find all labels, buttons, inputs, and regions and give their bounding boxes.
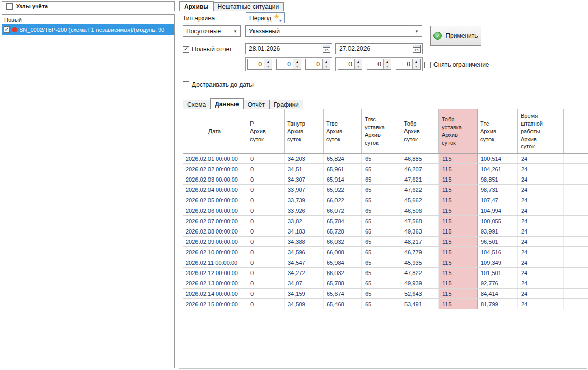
- tab-graphs[interactable]: Графики: [269, 100, 303, 109]
- table-cell[interactable]: 115: [439, 195, 478, 205]
- table-cell[interactable]: 0: [247, 195, 285, 205]
- table-cell[interactable]: 24: [518, 289, 564, 298]
- table-cell[interactable]: 101,501: [478, 268, 518, 278]
- remove-limit-checkbox[interactable]: Снять ограничение: [424, 61, 489, 69]
- table-cell[interactable]: 115: [439, 237, 478, 246]
- table-row[interactable]: 2026.02.13 00:00:00034,0765,7886549,9391…: [183, 278, 588, 289]
- table-cell[interactable]: 65: [362, 205, 401, 215]
- table-cell[interactable]: 34,388: [285, 237, 324, 246]
- spinner-down-icon[interactable]: ▼: [264, 64, 272, 69]
- table-cell[interactable]: 33,739: [285, 195, 324, 205]
- table-cell[interactable]: 65,784: [324, 216, 362, 226]
- period-button[interactable]: Период ☀✦: [246, 12, 285, 23]
- table-cell[interactable]: 65,984: [324, 257, 362, 267]
- column-header[interactable]: Дата: [183, 109, 247, 153]
- spinner-down-icon[interactable]: ▼: [413, 64, 420, 69]
- period-select[interactable]: Указанный ▼: [245, 25, 422, 37]
- table-cell[interactable]: 24: [518, 278, 564, 288]
- table-cell[interactable]: 46,506: [401, 205, 439, 215]
- date-from-field[interactable]: 28.01.2026 15: [245, 43, 332, 54]
- table-cell[interactable]: 34,203: [285, 154, 324, 163]
- table-cell[interactable]: 115: [439, 257, 478, 267]
- spinner-down-icon[interactable]: ▼: [355, 64, 362, 69]
- table-cell[interactable]: 24: [518, 257, 564, 267]
- table-cell[interactable]: 2026.02.14 00:00:00: [183, 289, 247, 298]
- table-cell[interactable]: 24: [518, 237, 564, 246]
- table-cell[interactable]: 52,643: [401, 289, 439, 298]
- spinner-up-icon[interactable]: ▲: [355, 59, 362, 64]
- tab-scheme[interactable]: Схема: [183, 100, 211, 109]
- column-header[interactable]: Твнутр Архив суток: [285, 109, 324, 153]
- table-row[interactable]: 2026.02.04 00:00:00033,90765,9226547,622…: [183, 185, 588, 195]
- seconds-spinner[interactable]: 0 ▲▼: [305, 59, 330, 70]
- spinner-up-icon[interactable]: ▲: [264, 59, 272, 64]
- spinner-value[interactable]: 0: [396, 59, 412, 69]
- table-cell[interactable]: 53,491: [401, 299, 439, 309]
- table-cell[interactable]: 34,51: [285, 164, 324, 174]
- table-cell[interactable]: 24: [518, 185, 564, 195]
- table-cell[interactable]: 93,991: [478, 226, 518, 236]
- table-cell[interactable]: 34,596: [285, 247, 324, 257]
- apply-button[interactable]: ✓ Применить: [430, 26, 481, 46]
- tab-abnormal-situations[interactable]: Нештатные ситуации: [213, 2, 284, 11]
- spinner-up-icon[interactable]: ▲: [323, 59, 330, 64]
- seconds-spinner[interactable]: 0 ▲▼: [396, 59, 421, 70]
- tab-report[interactable]: Отчёт: [243, 100, 270, 109]
- spinner-value[interactable]: 0: [306, 59, 322, 69]
- extend-to-date-checkbox-box[interactable]: [183, 81, 189, 88]
- table-cell[interactable]: 115: [439, 278, 478, 288]
- tab-data[interactable]: Данные: [210, 98, 244, 109]
- table-cell[interactable]: 2026.02.05 00:00:00: [183, 195, 247, 205]
- column-header[interactable]: Тобр уставка Архив суток: [439, 109, 478, 153]
- table-row[interactable]: 2026.02.08 00:00:00034,18365,7286549,363…: [183, 226, 588, 237]
- column-header[interactable]: Тгвс уставка Архив суток: [362, 109, 401, 153]
- table-cell[interactable]: 49,363: [401, 226, 439, 236]
- table-cell[interactable]: 98,731: [478, 185, 518, 195]
- table-cell[interactable]: 115: [439, 216, 478, 226]
- table-cell[interactable]: 66,072: [324, 205, 362, 215]
- table-cell[interactable]: 0: [247, 268, 285, 278]
- table-row[interactable]: 2026.02.15 00:00:00034,50965,4686553,491…: [183, 299, 588, 309]
- table-cell[interactable]: 65: [362, 268, 401, 278]
- table-cell[interactable]: 107,47: [478, 195, 518, 205]
- table-cell[interactable]: 24: [518, 247, 564, 257]
- table-cell[interactable]: 115: [439, 289, 478, 298]
- table-cell[interactable]: 34,183: [285, 226, 324, 236]
- table-cell[interactable]: 65,728: [324, 226, 362, 236]
- table-cell[interactable]: 0: [247, 226, 285, 236]
- table-row[interactable]: 2026.02.05 00:00:00033,73966,0226545,662…: [183, 195, 588, 205]
- spinner-value[interactable]: 0: [277, 59, 293, 69]
- table-row[interactable]: 2026.02.02 00:00:00034,5165,9616546,2071…: [183, 164, 588, 174]
- column-header[interactable]: Р Архив суток: [247, 109, 285, 153]
- table-row[interactable]: 2026.02.06 00:00:00033,92666,0726546,506…: [183, 205, 588, 216]
- table-cell[interactable]: 115: [439, 247, 478, 257]
- table-cell[interactable]: 33,926: [285, 205, 324, 215]
- extend-to-date-checkbox[interactable]: Достраивать до даты: [183, 80, 254, 89]
- table-cell[interactable]: 2026.02.06 00:00:00: [183, 205, 247, 215]
- table-cell[interactable]: 2026.02.07 00:00:00: [183, 216, 247, 226]
- table-cell[interactable]: 65: [362, 195, 401, 205]
- calendar-icon[interactable]: 15: [323, 45, 330, 53]
- table-cell[interactable]: 81,799: [478, 299, 518, 309]
- table-cell[interactable]: 100,514: [478, 154, 518, 163]
- tree-group-label[interactable]: Новый: [2, 15, 174, 24]
- table-cell[interactable]: 104,994: [478, 205, 518, 215]
- spinner-up-icon[interactable]: ▲: [384, 59, 391, 64]
- table-cell[interactable]: 115: [439, 185, 478, 195]
- table-cell[interactable]: 65: [362, 164, 401, 174]
- table-cell[interactable]: 2026.02.11 00:00:00: [183, 257, 247, 267]
- calendar-icon[interactable]: 15: [413, 45, 421, 53]
- spinner-value[interactable]: 0: [367, 59, 383, 69]
- table-cell[interactable]: 2026.02.02 00:00:00: [183, 164, 247, 174]
- table-cell[interactable]: 115: [439, 299, 478, 309]
- table-cell[interactable]: 34,272: [285, 268, 324, 278]
- column-header[interactable]: Время штатной работы Архив суток: [518, 109, 564, 153]
- table-cell[interactable]: 0: [247, 257, 285, 267]
- table-cell[interactable]: 46,779: [401, 247, 439, 257]
- spinner-up-icon[interactable]: ▲: [413, 59, 420, 64]
- table-cell[interactable]: 115: [439, 205, 478, 215]
- tree-node[interactable]: SN_0002/ТБР-200 (схема Г1 независимая)/(…: [2, 24, 174, 35]
- table-cell[interactable]: 0: [247, 185, 285, 195]
- table-cell[interactable]: 24: [518, 164, 564, 174]
- table-cell[interactable]: 0: [247, 289, 285, 298]
